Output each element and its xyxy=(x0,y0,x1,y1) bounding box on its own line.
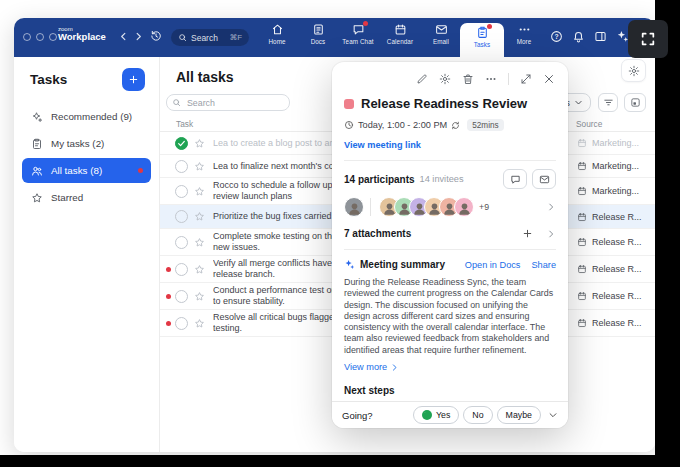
task-checkbox[interactable] xyxy=(175,263,188,276)
unread-dot xyxy=(166,267,171,272)
unread-dot xyxy=(166,214,171,219)
task-search-input[interactable] xyxy=(166,94,290,111)
help-button[interactable] xyxy=(550,30,563,43)
tab-tasks[interactable]: Tasks xyxy=(460,23,504,57)
recurring-icon xyxy=(451,121,460,130)
meeting-summary-body: During the Release Readiness Sync, the t… xyxy=(332,270,568,356)
add-attachment-button[interactable] xyxy=(522,228,533,239)
sidebar-item-starred[interactable]: Starred xyxy=(22,185,151,210)
calendar-icon xyxy=(577,291,587,301)
star-icon[interactable] xyxy=(194,291,205,302)
unread-dot xyxy=(166,321,171,326)
board-view-button[interactable] xyxy=(624,93,646,112)
email-icon xyxy=(434,23,448,36)
task-source: Release R... xyxy=(567,310,655,336)
attachments-count: 7 attachments xyxy=(344,228,411,239)
next-steps-title: Next steps xyxy=(344,385,556,396)
person-icon xyxy=(457,201,472,216)
edit-button[interactable] xyxy=(416,73,428,85)
star-icon[interactable] xyxy=(194,186,205,197)
avatar[interactable] xyxy=(454,197,474,217)
global-search[interactable]: Search ⌘F xyxy=(171,29,249,46)
column-task: Task xyxy=(176,119,193,129)
task-source: Marketing... xyxy=(567,155,655,177)
host-avatar[interactable] xyxy=(344,197,364,217)
task-checkbox[interactable] xyxy=(175,290,188,303)
app-logo: zoom Workplace xyxy=(58,26,106,42)
task-source: Release R... xyxy=(567,229,655,255)
titlebar: zoom Workplace Search ⌘F Home Docs Team … xyxy=(14,18,655,57)
divider xyxy=(508,73,509,85)
settings-button[interactable] xyxy=(439,73,451,85)
tab-home[interactable]: Home xyxy=(255,23,299,45)
recommended-icon xyxy=(31,111,43,123)
forward-button[interactable] xyxy=(133,31,144,42)
rsvp-more-chevron[interactable] xyxy=(548,410,558,420)
column-source: Source xyxy=(576,119,602,129)
task-checkbox[interactable] xyxy=(175,317,188,330)
history-button[interactable] xyxy=(150,30,162,42)
rsvp-question: Going? xyxy=(342,410,373,421)
delete-button[interactable] xyxy=(462,73,474,85)
search-icon xyxy=(178,33,187,42)
meeting-detail-popup: Release Readiness Review Today, 1:00 - 2… xyxy=(332,62,568,428)
expand-button[interactable] xyxy=(520,73,532,85)
star-icon[interactable] xyxy=(194,264,205,275)
notifications-button[interactable] xyxy=(572,30,585,43)
task-checkbox[interactable] xyxy=(175,210,188,223)
star-icon[interactable] xyxy=(194,211,205,222)
filter-button[interactable] xyxy=(598,93,618,112)
rsvp-maybe-button[interactable]: Maybe xyxy=(497,406,541,424)
more-options-button[interactable] xyxy=(485,73,497,85)
tab-team-chat[interactable]: Team Chat xyxy=(336,23,380,45)
view-meeting-link[interactable]: View meeting link xyxy=(332,131,568,150)
meeting-title: Release Readiness Review xyxy=(361,96,527,111)
sidebar-title: Tasks xyxy=(30,72,67,87)
screen-edge-bottom xyxy=(0,455,680,467)
sidebar-item-recommended[interactable]: Recommended (9) xyxy=(22,104,151,129)
close-window-control[interactable] xyxy=(23,33,31,41)
chat-participants-button[interactable] xyxy=(503,169,527,189)
task-checkbox[interactable] xyxy=(175,185,188,198)
task-checkbox[interactable] xyxy=(175,160,188,173)
calendar-icon xyxy=(577,264,587,274)
back-button[interactable] xyxy=(118,31,129,42)
add-task-button[interactable] xyxy=(122,68,145,91)
page-title: All tasks xyxy=(176,69,234,85)
tab-calendar[interactable]: Calendar xyxy=(378,23,422,45)
attachments-expand-chevron[interactable] xyxy=(546,229,556,239)
settings-button[interactable] xyxy=(621,59,646,82)
calendar-icon xyxy=(577,237,587,247)
email-participants-button[interactable] xyxy=(532,169,556,189)
starred-icon xyxy=(31,192,43,204)
tab-email[interactable]: Email xyxy=(419,23,463,45)
unread-badge xyxy=(138,168,143,173)
task-source: Release R... xyxy=(567,205,655,228)
star-icon[interactable] xyxy=(194,161,205,172)
unread-dot xyxy=(166,294,171,299)
participant-avatars[interactable] xyxy=(379,197,474,217)
panel-button[interactable] xyxy=(594,30,607,43)
star-icon[interactable] xyxy=(194,237,205,248)
task-checkbox[interactable] xyxy=(175,137,188,150)
calendar-icon xyxy=(577,212,587,222)
open-in-docs-link[interactable]: Open in Docs xyxy=(465,260,521,270)
rsvp-yes-button[interactable]: Yes xyxy=(413,406,459,424)
close-button[interactable] xyxy=(543,73,555,85)
tab-more[interactable]: More xyxy=(502,23,546,45)
rsvp-no-button[interactable]: No xyxy=(463,406,492,424)
tab-docs[interactable]: Docs xyxy=(296,23,340,45)
sidebar-item-my-tasks[interactable]: My tasks (2) xyxy=(22,131,151,156)
fullscreen-button[interactable] xyxy=(628,20,668,58)
star-icon[interactable] xyxy=(194,138,205,149)
task-checkbox[interactable] xyxy=(175,236,188,249)
sidebar-item-all-tasks[interactable]: All tasks (8) xyxy=(22,158,151,183)
share-link[interactable]: Share xyxy=(531,260,556,270)
zoom-window-control[interactable] xyxy=(49,33,57,41)
window-controls[interactable] xyxy=(23,33,57,41)
star-icon[interactable] xyxy=(194,318,205,329)
calendar-icon xyxy=(577,138,587,148)
view-more-link[interactable]: View more xyxy=(332,356,568,372)
participants-expand-chevron[interactable] xyxy=(546,202,556,212)
minimize-window-control[interactable] xyxy=(36,33,44,41)
